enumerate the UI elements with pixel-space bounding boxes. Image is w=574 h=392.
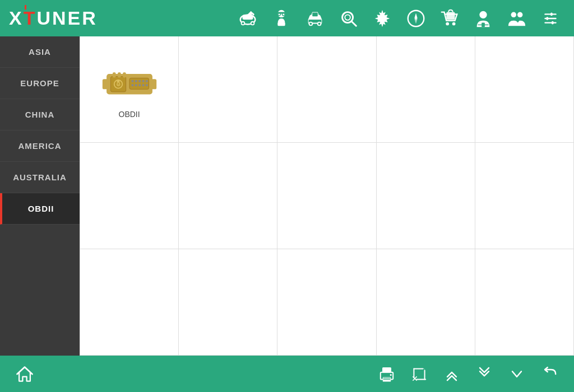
svg-rect-45 [118, 72, 121, 77]
svg-rect-41 [102, 79, 108, 89]
svg-rect-46 [123, 72, 126, 77]
svg-rect-38 [546, 17, 548, 20]
grid-cell-empty-14[interactable] [475, 249, 574, 356]
grid-cell-empty-8[interactable] [377, 143, 475, 249]
obdii-label: OBDII [119, 110, 140, 119]
grid-cell-empty-13[interactable] [377, 249, 475, 356]
content-grid: ⚙ OBDII [80, 36, 574, 356]
nav-compass-button[interactable] [401, 4, 430, 33]
bottom-right [373, 361, 563, 388]
svg-rect-12 [277, 22, 285, 26]
svg-rect-49 [135, 80, 137, 82]
svg-point-32 [511, 12, 517, 17]
sidebar: ASIA EUROPE CHINA AMERICA AUSTRALIA OBDI… [0, 36, 80, 356]
nav-technician-button[interactable] [267, 4, 296, 33]
nav-settings-button[interactable] [368, 4, 397, 33]
grid-cell-empty-4[interactable] [475, 36, 574, 143]
svg-rect-65 [383, 379, 391, 379]
grid-cell-empty-2[interactable] [277, 36, 376, 143]
nav-car-button[interactable] [300, 4, 330, 33]
grid-cell-empty-12[interactable] [277, 249, 376, 356]
svg-point-26 [415, 17, 417, 20]
home-button[interactable] [11, 361, 38, 388]
svg-point-17 [318, 22, 321, 25]
nav-group-button[interactable] [502, 4, 531, 33]
nav-search-button[interactable] [334, 4, 363, 33]
nav-icons [233, 4, 565, 33]
grid-cell-empty-3[interactable] [377, 36, 475, 143]
bottom-left [11, 361, 38, 388]
grid-cell-empty-5[interactable] [80, 143, 179, 249]
sidebar-item-europe[interactable]: EUROPE [0, 68, 80, 99]
grid-cell-empty-1[interactable] [179, 36, 277, 143]
sidebar-item-obdii[interactable]: OBDII [0, 193, 80, 225]
grid-cell-empty-9[interactable] [475, 143, 574, 249]
svg-point-5 [252, 22, 254, 24]
crop-button[interactable] [406, 361, 433, 388]
sidebar-item-asia[interactable]: ASIA [0, 36, 80, 68]
svg-point-33 [517, 12, 523, 17]
grid-cell-empty-6[interactable] [179, 143, 277, 249]
svg-point-20 [345, 15, 350, 20]
svg-point-27 [446, 22, 449, 25]
svg-point-30 [479, 11, 487, 18]
nav-diagnosis-button[interactable] [233, 4, 262, 33]
grid-cell-empty-10[interactable] [80, 249, 179, 356]
svg-point-60 [118, 82, 119, 83]
nav-person-button[interactable] [469, 4, 498, 33]
confirm-button[interactable] [503, 361, 530, 388]
svg-line-21 [351, 21, 357, 26]
main-area: ASIA EUROPE CHINA AMERICA AUSTRALIA OBDI… [0, 36, 574, 356]
svg-rect-54 [135, 84, 137, 86]
svg-rect-39 [552, 21, 554, 24]
sidebar-item-america[interactable]: AMERICA [0, 130, 80, 162]
svg-rect-50 [138, 80, 141, 82]
svg-rect-57 [146, 84, 148, 86]
logo-text: XTUNER [9, 7, 98, 29]
scroll-up-button[interactable] [438, 361, 465, 388]
svg-rect-55 [138, 84, 141, 86]
sidebar-item-china[interactable]: CHINA [0, 99, 80, 130]
svg-rect-37 [550, 12, 553, 16]
svg-rect-29 [446, 12, 455, 19]
sidebar-item-australia[interactable]: AUSTRALIA [0, 162, 80, 193]
svg-rect-44 [113, 72, 115, 77]
svg-point-16 [310, 22, 312, 25]
nav-cart-button[interactable] [435, 4, 464, 33]
svg-point-66 [390, 374, 392, 376]
scroll-down-button[interactable] [471, 361, 498, 388]
svg-point-4 [242, 22, 244, 24]
svg-rect-18 [312, 12, 318, 16]
svg-rect-64 [383, 377, 391, 378]
svg-rect-42 [150, 79, 156, 89]
grid-cell-empty-7[interactable] [277, 143, 376, 249]
svg-rect-47 [129, 78, 149, 89]
back-button[interactable] [536, 361, 563, 388]
top-nav: XTUNER [0, 0, 574, 36]
nav-tune-button[interactable] [536, 4, 565, 33]
svg-point-8 [277, 10, 285, 17]
svg-rect-53 [131, 84, 133, 86]
app-logo: XTUNER [9, 7, 98, 29]
grid-cell-empty-11[interactable] [179, 249, 277, 356]
svg-rect-48 [131, 80, 133, 82]
svg-point-28 [452, 22, 456, 25]
bottom-bar [0, 356, 574, 392]
svg-rect-51 [142, 80, 144, 82]
obdii-icon: ⚙ [101, 60, 158, 105]
grid-cell-obdii[interactable]: ⚙ OBDII [80, 36, 179, 143]
svg-rect-52 [146, 80, 148, 82]
svg-rect-56 [142, 84, 144, 86]
print-button[interactable] [373, 361, 400, 388]
